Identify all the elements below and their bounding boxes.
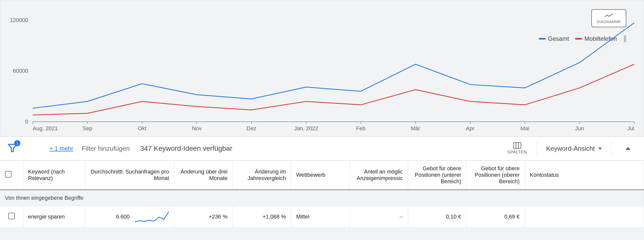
svg-text:Jun: Jun [575, 125, 584, 131]
available-ideas-label: 347 Keyword-Ideen verfügbar [140, 144, 232, 152]
chart-panel: DIAGRAMME Gesamt Mobiltelefon 0600001200… [0, 0, 644, 136]
header-checkbox[interactable] [0, 161, 23, 190]
avg-value: 6.600 [116, 213, 130, 220]
add-filter-button[interactable]: Filter hinzufügen [82, 145, 130, 152]
cell-competition: Mittel [291, 206, 350, 227]
col-status[interactable]: Kontostatus [525, 161, 644, 190]
svg-text:Jan. 2022: Jan. 2022 [294, 125, 318, 131]
section-row: Von Ihnen eingegebene Begriffe [0, 190, 644, 206]
svg-text:1: 1 [16, 141, 18, 145]
svg-rect-31 [514, 142, 521, 148]
sparkline [134, 211, 169, 222]
cell-impr-share: – [350, 206, 408, 227]
svg-text:Okt: Okt [138, 125, 146, 131]
svg-text:Mai: Mai [520, 125, 529, 131]
columns-icon [513, 142, 521, 149]
svg-text:Sep: Sep [82, 125, 92, 131]
keyword-view-label: Keyword-Ansicht [546, 145, 595, 152]
col-keyword[interactable]: Keyword (nach Relevanz) [23, 161, 85, 190]
row-checkbox[interactable] [0, 206, 23, 227]
col-bid-high[interactable]: Gebot für obere Positionen (oberer Berei… [466, 161, 525, 190]
svg-text:Feb: Feb [356, 125, 366, 131]
table-row: energie sparen 6.600 +236 % +1.068 % Mit… [0, 206, 644, 227]
filter-icon[interactable]: 1 [7, 142, 22, 154]
col-impr-share[interactable]: Anteil an möglic Anzeigenimpressic [350, 161, 408, 190]
columns-button-label: SPALTEN [507, 150, 527, 155]
cell-chg3m: +236 % [174, 206, 233, 227]
col-avg-searches[interactable]: Durchschnittl. Suchanfragen pro Monat [85, 161, 174, 190]
svg-text:Apr: Apr [466, 125, 474, 131]
caret-down-icon [598, 147, 602, 150]
keyword-table: Keyword (nach Relevanz) Durchschnittl. S… [0, 160, 644, 227]
col-bid-low[interactable]: Gebot für obere Positionen (unterer Bere… [408, 161, 466, 190]
plus-one-link[interactable]: + 1 mehr [50, 145, 73, 152]
svg-text:Aug. 2021: Aug. 2021 [33, 125, 58, 131]
cell-bid-high: 0,69 € [466, 206, 525, 227]
svg-text:0: 0 [25, 119, 28, 125]
col-competition[interactable]: Wettbewerb [291, 161, 350, 190]
cell-status [525, 206, 644, 227]
table-header-row: Keyword (nach Relevanz) Durchschnittl. S… [0, 161, 644, 190]
cell-bid-low: 0,10 € [408, 206, 466, 227]
svg-text:Mär: Mär [411, 125, 420, 131]
columns-button[interactable]: SPALTEN [498, 142, 536, 155]
col-change-yoy[interactable]: Änderung im Jahresvergleich [233, 161, 291, 190]
section-label: Von Ihnen eingegebene Begriffe [0, 190, 644, 206]
svg-text:Jul: Jul [627, 125, 634, 131]
svg-text:Dez: Dez [246, 125, 256, 131]
col-change-3m[interactable]: Änderung über drei Monate [174, 161, 233, 190]
svg-text:Nov: Nov [192, 125, 202, 131]
filter-bar: 1 + 1 mehr Filter hinzufügen 347 Keyword… [0, 136, 644, 160]
svg-text:120000: 120000 [10, 17, 28, 23]
chevron-up-icon [626, 147, 630, 150]
svg-text:60000: 60000 [13, 68, 28, 74]
collapse-button[interactable] [619, 147, 637, 150]
cell-keyword[interactable]: energie sparen [23, 206, 85, 227]
cell-chgYoY: +1.068 % [233, 206, 291, 227]
keyword-view-dropdown[interactable]: Keyword-Ansicht [536, 141, 612, 155]
line-chart: 060000120000Aug. 2021SepOktNovDezJan. 20… [0, 0, 644, 137]
cell-avg-searches: 6.600 [85, 206, 174, 227]
